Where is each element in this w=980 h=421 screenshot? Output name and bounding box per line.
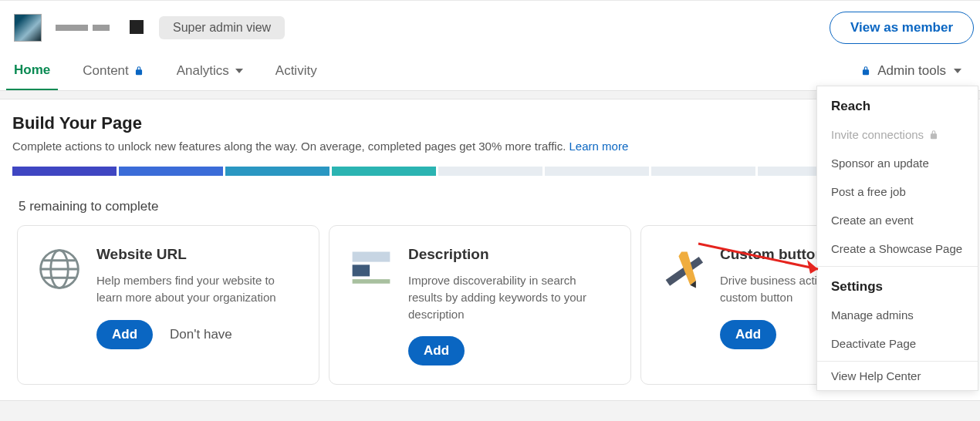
tab-content-label: Content bbox=[83, 63, 129, 79]
view-as-member-button[interactable]: View as member bbox=[830, 12, 974, 44]
admin-tools-label: Admin tools bbox=[877, 63, 946, 79]
dd-sponsor-update[interactable]: Sponsor an update bbox=[817, 149, 978, 177]
nav-tabs: Home Content Analytics Activity Admin to… bbox=[0, 49, 980, 91]
chevron-down-icon bbox=[235, 69, 243, 73]
tab-analytics[interactable]: Analytics bbox=[169, 63, 251, 89]
page-icon bbox=[348, 246, 394, 292]
progress-seg bbox=[225, 167, 329, 176]
tab-home[interactable]: Home bbox=[6, 62, 58, 90]
admin-tools-dropdown: Reach Invite connections Sponsor an upda… bbox=[816, 86, 978, 391]
learn-more-link[interactable]: Learn more bbox=[569, 140, 629, 153]
add-button[interactable]: Add bbox=[96, 320, 153, 349]
dd-create-showcase-page[interactable]: Create a Showcase Page bbox=[817, 234, 978, 263]
card-desc: Improve discoverability in search result… bbox=[408, 272, 612, 322]
lock-icon bbox=[928, 130, 939, 140]
page-header: Super admin view View as member bbox=[0, 1, 980, 49]
pencil-ruler-icon bbox=[660, 246, 706, 292]
lock-icon bbox=[860, 66, 871, 76]
avatar[interactable] bbox=[14, 14, 42, 42]
add-button[interactable]: Add bbox=[720, 320, 776, 349]
progress-seg bbox=[119, 167, 223, 176]
progress-seg bbox=[438, 167, 542, 176]
svg-rect-6 bbox=[353, 264, 370, 276]
add-button[interactable]: Add bbox=[408, 336, 465, 365]
card-desc: Help members find your website to learn … bbox=[96, 272, 300, 306]
progress-seg bbox=[651, 167, 755, 176]
dd-post-free-job[interactable]: Post a free job bbox=[817, 177, 978, 206]
dropdown-section-settings: Settings bbox=[817, 267, 978, 301]
progress-seg bbox=[545, 167, 649, 176]
card-title: Description bbox=[408, 246, 612, 263]
progress-seg bbox=[332, 167, 436, 176]
dd-invite-connections: Invite connections bbox=[817, 120, 978, 149]
dd-manage-admins[interactable]: Manage admins bbox=[817, 301, 978, 329]
card-website-url: Website URL Help members find your websi… bbox=[17, 225, 319, 385]
tab-content[interactable]: Content bbox=[75, 63, 152, 89]
dd-deactivate-page[interactable]: Deactivate Page bbox=[817, 329, 978, 358]
super-admin-badge: Super admin view bbox=[159, 16, 285, 39]
dropdown-section-reach: Reach bbox=[817, 86, 978, 120]
dd-view-help-center[interactable]: View Help Center bbox=[817, 362, 978, 390]
progress-seg bbox=[12, 167, 117, 176]
logo-icon bbox=[130, 20, 144, 34]
tab-analytics-label: Analytics bbox=[177, 63, 229, 79]
chevron-down-icon bbox=[954, 69, 961, 73]
svg-rect-7 bbox=[353, 279, 390, 284]
card-title: Website URL bbox=[96, 246, 300, 263]
dont-have-link[interactable]: Don't have bbox=[170, 327, 232, 342]
dd-create-event[interactable]: Create an event bbox=[817, 206, 978, 234]
page-name-redacted bbox=[56, 25, 110, 31]
svg-rect-5 bbox=[353, 252, 390, 262]
card-description: Description Improve discoverability in s… bbox=[329, 225, 631, 385]
lock-icon bbox=[133, 66, 144, 76]
globe-icon bbox=[36, 246, 83, 292]
tab-activity[interactable]: Activity bbox=[268, 63, 325, 89]
